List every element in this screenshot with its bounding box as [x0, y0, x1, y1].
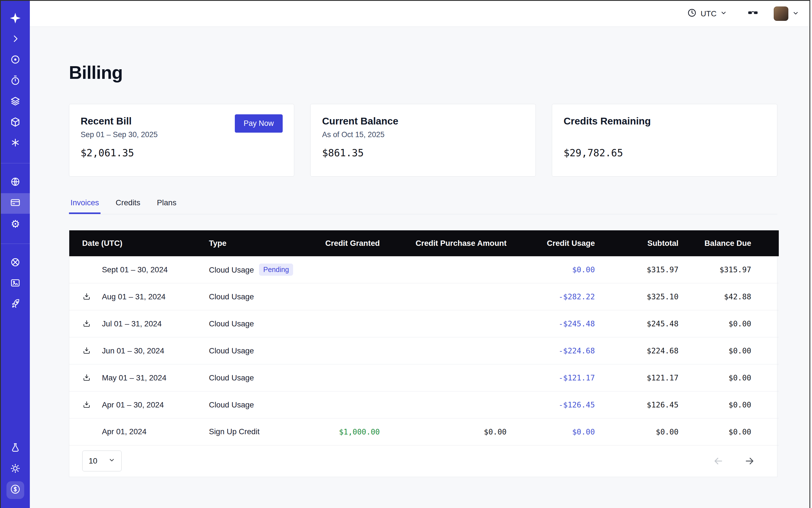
main-area: UTC Billing Recent Bill Sep 01 – Sep 30,…: [30, 1, 809, 508]
previous-page-button[interactable]: [713, 455, 724, 467]
credits-button[interactable]: [6, 481, 24, 499]
invoice-type: Cloud Usage: [209, 400, 254, 409]
download-invoice-button[interactable]: [82, 292, 102, 301]
asterisk-icon: [10, 137, 20, 150]
logo-icon: [9, 12, 21, 26]
column-date: Date (UTC): [69, 230, 209, 256]
card-subtitle: [564, 130, 766, 140]
circle-x-icon: [10, 257, 21, 270]
credit-granted-value: $1,000.00: [302, 418, 380, 445]
credit-purchase-value: $0.00: [380, 418, 507, 445]
balance-due-value: $0.00: [679, 337, 779, 365]
nav-credits: [1, 480, 30, 501]
nav-layers[interactable]: [1, 92, 30, 113]
nav-billing[interactable]: [1, 193, 30, 214]
nav-timer[interactable]: [1, 71, 30, 92]
cube-icon: [10, 117, 21, 130]
balance-as-of: As of Oct 15, 2025: [322, 130, 524, 140]
column-balance-due: Balance Due: [679, 230, 779, 256]
account-menu[interactable]: [774, 6, 799, 21]
nav-labs[interactable]: [1, 438, 30, 459]
next-page-button[interactable]: [744, 455, 756, 467]
pay-now-button[interactable]: Pay Now: [235, 114, 283, 132]
invoice-row: May 01 – 31, 2024 Cloud Usage -$121.17 $…: [69, 365, 779, 391]
invoice-type: Cloud Usage: [209, 292, 254, 301]
appearance-toggle[interactable]: [747, 6, 759, 21]
nav-support[interactable]: [1, 253, 30, 274]
tab-plans[interactable]: Plans: [156, 198, 178, 214]
invoice-date: Apr 01 – 30, 2024: [102, 400, 164, 410]
invoice-date: Apr 01, 2024: [102, 427, 146, 436]
timezone-selector[interactable]: UTC: [687, 8, 727, 20]
download-invoice-button[interactable]: [82, 400, 102, 409]
invoice-row: Sept 01 – 30, 2024 Cloud UsagePending $0…: [69, 256, 779, 283]
nav-target[interactable]: [1, 50, 30, 71]
column-credit-granted: Credit Granted: [302, 230, 380, 256]
credit-usage-value: -$224.68: [507, 337, 595, 365]
credit-granted-value: [302, 365, 380, 391]
dollar-circle-icon: [9, 483, 21, 497]
credit-usage-value: -$121.17: [507, 365, 595, 391]
invoice-date: Sept 01 – 30, 2024: [102, 265, 168, 274]
pagination: [713, 455, 755, 467]
credit-purchase-value: [380, 365, 507, 391]
credit-granted-value: [302, 337, 380, 365]
invoice-row: Apr 01, 2024 Sign Up Credit $1,000.00 $0…: [69, 418, 779, 445]
subtotal-value: $245.48: [595, 310, 679, 337]
collapse-sidebar-button[interactable]: [1, 29, 30, 50]
globe-icon: [10, 176, 21, 189]
nav-theme[interactable]: [1, 459, 30, 480]
invoice-type: Sign Up Credit: [209, 427, 260, 436]
status-badge: Pending: [259, 263, 293, 276]
content: Billing Recent Bill Sep 01 – Sep 30, 202…: [30, 27, 809, 498]
topbar: UTC: [30, 1, 809, 27]
invoice-date: Jun 01 – 30, 2024: [102, 346, 164, 355]
download-invoice-button[interactable]: [82, 373, 102, 382]
subtotal-value: $325.10: [595, 283, 679, 310]
current-balance-amount: $861.35: [322, 147, 524, 159]
nav-settings[interactable]: ⚙: [1, 214, 30, 235]
balance-due-value: $42.88: [679, 283, 779, 310]
credit-usage-value: -$282.22: [507, 283, 595, 310]
credit-purchase-value: [380, 283, 507, 310]
credit-granted-value: [302, 310, 380, 337]
layers-icon: [10, 96, 21, 109]
app-window: ⚙ UTC: [0, 0, 810, 508]
table-footer: 10: [69, 446, 777, 477]
gear-icon: ⚙: [11, 219, 20, 229]
credit-granted-value: [302, 283, 380, 310]
invoice-row: Jun 01 – 30, 2024 Cloud Usage -$224.68 $…: [69, 337, 779, 365]
download-invoice-button[interactable]: [82, 346, 102, 355]
sun-icon: [10, 463, 21, 476]
credit-purchase-value: [380, 256, 507, 283]
tab-credits[interactable]: Credits: [114, 198, 142, 214]
credit-usage-value: -$245.48: [507, 310, 595, 337]
nav-globe[interactable]: [1, 172, 30, 193]
recent-bill-card: Recent Bill Sep 01 – Sep 30, 2025 $2,061…: [69, 104, 295, 177]
nav-rocket[interactable]: [1, 294, 30, 315]
balance-due-value: $0.00: [679, 310, 779, 337]
column-type: Type: [209, 230, 302, 256]
chevron-down-icon: [720, 9, 727, 18]
credits-remaining-card: Credits Remaining $29,782.65: [552, 104, 777, 177]
download-invoice-button[interactable]: [82, 319, 102, 328]
nav-logo[interactable]: [1, 9, 30, 30]
sidebar-divider: [1, 244, 30, 244]
nav-images[interactable]: [1, 274, 30, 295]
flask-icon: [10, 442, 20, 455]
current-balance-card: Current Balance As of Oct 15, 2025 $861.…: [310, 104, 536, 177]
page-size-select[interactable]: 10: [82, 451, 122, 471]
nav-cube[interactable]: [1, 113, 30, 133]
credit-purchase-value: [380, 337, 507, 365]
tab-invoices[interactable]: Invoices: [69, 198, 101, 214]
nav-asterisk[interactable]: [1, 133, 30, 154]
invoice-date: Aug 01 – 31, 2024: [102, 292, 166, 301]
timezone-label: UTC: [700, 9, 717, 18]
invoice-type: Cloud Usage: [209, 373, 254, 382]
invoice-row: Aug 01 – 31, 2024 Cloud Usage -$282.22 $…: [69, 283, 779, 310]
credit-usage-value: $0.00: [507, 418, 595, 445]
subtotal-value: $315.97: [595, 256, 679, 283]
invoice-date: Jul 01 – 31, 2024: [102, 319, 162, 328]
credit-granted-value: [302, 256, 380, 283]
subtotal-value: $224.68: [595, 337, 679, 365]
